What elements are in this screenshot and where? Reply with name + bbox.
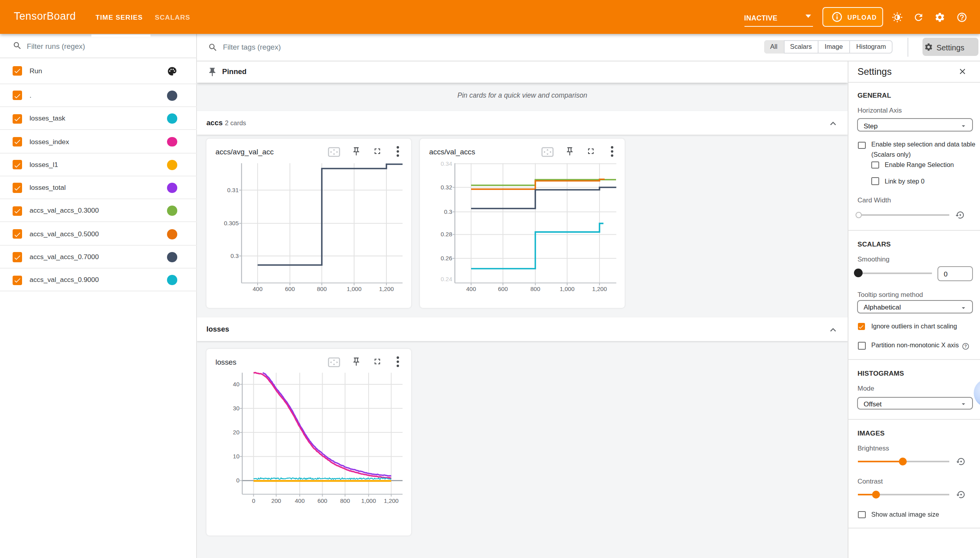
svg-text:1,200: 1,200 [592,285,607,292]
svg-text:1,000: 1,000 [361,497,376,504]
svg-text:0.34: 0.34 [441,160,452,167]
svg-text:40: 40 [233,381,239,387]
svg-text:0.3: 0.3 [230,252,239,259]
svg-text:?: ? [964,344,967,348]
svg-text:600: 600 [317,497,327,504]
svg-text:800: 800 [340,497,350,504]
svg-text:1,000: 1,000 [347,285,362,292]
svg-text:1,200: 1,200 [384,497,399,504]
svg-text:1,200: 1,200 [379,285,394,292]
svg-text:10: 10 [233,453,239,460]
svg-text:20: 20 [233,429,239,436]
svg-text:400: 400 [252,285,262,292]
svg-text:0.31: 0.31 [227,187,239,193]
svg-text:0.24: 0.24 [441,276,452,282]
svg-text:0: 0 [236,477,239,484]
svg-text:0.3: 0.3 [444,208,453,215]
svg-text:800: 800 [317,285,327,292]
svg-text:600: 600 [498,285,508,292]
svg-text:0.305: 0.305 [224,220,239,226]
svg-text:0.26: 0.26 [441,255,452,261]
svg-text:400: 400 [466,285,476,292]
svg-text:800: 800 [531,285,540,292]
svg-text:30: 30 [233,405,239,412]
svg-text:600: 600 [285,285,295,292]
svg-text:400: 400 [295,497,304,504]
svg-text:0: 0 [252,497,255,504]
svg-text:1,000: 1,000 [560,285,575,292]
svg-text:0.28: 0.28 [441,231,452,237]
svg-text:200: 200 [271,497,281,504]
svg-text:0.32: 0.32 [441,184,452,191]
